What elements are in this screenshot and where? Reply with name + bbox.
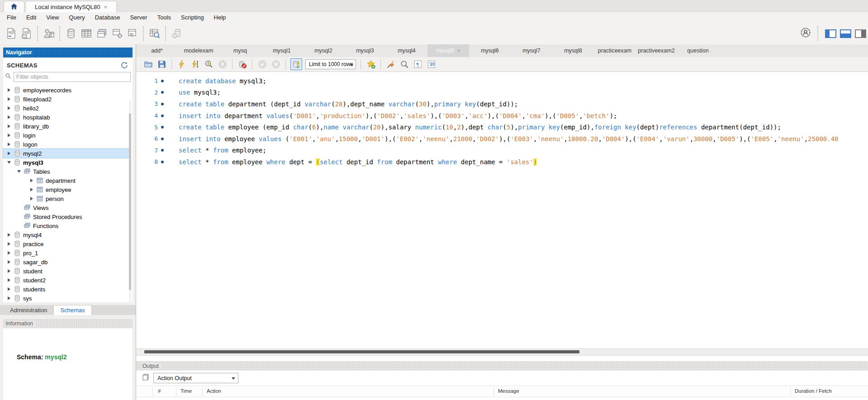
expand-arrow-icon[interactable]: [7, 115, 11, 119]
scrollbar-thumb[interactable]: [144, 350, 579, 353]
sidebar-item-sagar-db[interactable]: sagar_db: [3, 257, 129, 267]
menu-scripting[interactable]: Scripting: [176, 13, 209, 22]
sql-line-7[interactable]: 7select * from employee;: [136, 145, 868, 157]
filter-objects-input[interactable]: [14, 72, 131, 82]
sidebar-tab-administration[interactable]: Administration: [4, 305, 53, 315]
toggle-bottom-panel-icon[interactable]: [840, 29, 851, 38]
expand-arrow-icon[interactable]: [29, 179, 34, 182]
toggle-invisible-chars-icon[interactable]: ¶: [413, 59, 423, 70]
sidebar-item-students[interactable]: students: [3, 285, 129, 294]
menu-database[interactable]: Database: [90, 13, 125, 22]
expand-arrow-icon[interactable]: [7, 260, 11, 264]
query-tab-question[interactable]: question: [677, 44, 719, 57]
query-tab-practiveexam2[interactable]: practiveexam2: [636, 44, 677, 57]
sidebar-item-department[interactable]: department: [3, 176, 129, 185]
toggle-stop-on-error-icon[interactable]: [237, 59, 248, 70]
sidebar-item-library-db[interactable]: library_db: [3, 122, 129, 131]
sidebar-item-logon[interactable]: logon: [3, 140, 129, 149]
query-tab-mysql8[interactable]: mysql8: [552, 44, 594, 57]
explain-icon[interactable]: [204, 59, 214, 70]
sidebar-item-mysql2[interactable]: mysql2: [3, 149, 129, 158]
sql-line-3[interactable]: 3create table department (dept_id varcha…: [136, 98, 868, 110]
query-tab-modelexam[interactable]: modelexam: [178, 44, 219, 57]
sidebar-item-employeerecordes[interactable]: employeerecordes: [3, 86, 129, 95]
commit-icon[interactable]: [257, 59, 268, 70]
find-icon[interactable]: [399, 59, 410, 70]
sidebar-item-stored-procedures[interactable]: Stored Procedures: [3, 212, 129, 221]
output-view-dropdown[interactable]: Action Output: [153, 373, 238, 383]
query-tab-mysql7[interactable]: mysql7: [511, 44, 552, 57]
query-tab-add[interactable]: add*: [136, 44, 178, 57]
new-snippet-icon[interactable]: [365, 59, 376, 70]
expand-arrow-icon[interactable]: [29, 197, 34, 200]
sidebar-item-login[interactable]: login: [3, 131, 129, 140]
query-tab-close-icon[interactable]: ×: [457, 48, 460, 54]
menu-view[interactable]: View: [41, 13, 64, 22]
toggle-wrap-icon[interactable]: [426, 59, 437, 70]
sidebar-item-views[interactable]: Views: [3, 203, 129, 212]
expand-arrow-icon[interactable]: [7, 233, 11, 237]
editor-horizontal-scrollbar[interactable]: [136, 348, 868, 356]
menu-help[interactable]: Help: [209, 13, 231, 22]
connection-tab-close-icon[interactable]: ×: [104, 4, 107, 10]
sidebar-item-practice[interactable]: practice: [3, 239, 129, 248]
sidebar-item-student[interactable]: student: [3, 267, 129, 276]
beautify-icon[interactable]: [385, 59, 396, 70]
sql-line-1[interactable]: 1create database mysql3;: [136, 75, 868, 87]
sidebar-item-hello2[interactable]: hello2: [3, 104, 129, 113]
refresh-schemas-icon[interactable]: [121, 62, 128, 69]
menu-query[interactable]: Query: [64, 13, 90, 22]
connection-tab[interactable]: Local instance MySQL80 ×: [25, 1, 117, 13]
open-sql-script-icon[interactable]: SQL: [20, 27, 33, 40]
sidebar-item-sys[interactable]: sys: [3, 294, 129, 303]
create-procedure-icon[interactable]: [110, 27, 124, 40]
menu-file[interactable]: File: [2, 13, 21, 22]
query-tab-mysql3[interactable]: mysql3: [344, 44, 386, 57]
query-tab-mysql1[interactable]: mysql1: [261, 44, 303, 57]
sidebar-item-pro-1[interactable]: pro_1: [3, 248, 129, 257]
sql-line-8[interactable]: 8select * from employee where dept = (se…: [136, 156, 868, 168]
expand-arrow-icon[interactable]: [7, 269, 11, 273]
collapse-arrow-icon[interactable]: [17, 170, 21, 173]
expand-arrow-icon[interactable]: [7, 97, 11, 101]
new-sql-tab-icon[interactable]: SQL: [5, 27, 18, 40]
create-table-icon[interactable]: [80, 27, 93, 40]
create-schema-icon[interactable]: [64, 27, 78, 40]
expand-arrow-icon[interactable]: [7, 143, 11, 146]
save-script-icon[interactable]: [157, 59, 167, 70]
execute-current-icon[interactable]: [190, 59, 201, 70]
expand-arrow-icon[interactable]: [7, 287, 11, 291]
query-tab-mysql6[interactable]: mysql6: [469, 44, 511, 57]
create-view-icon[interactable]: [95, 27, 109, 40]
expand-arrow-icon[interactable]: [7, 152, 11, 155]
expand-arrow-icon[interactable]: [7, 242, 11, 246]
sidebar-scrollbar[interactable]: [129, 100, 131, 315]
sql-line-6[interactable]: 6insert into employee values ('E001','an…: [136, 133, 868, 145]
stop-icon[interactable]: [217, 59, 228, 70]
connection-inspector-icon[interactable]: [42, 27, 56, 40]
collapse-arrow-icon[interactable]: [7, 161, 11, 164]
open-script-icon[interactable]: [143, 59, 154, 70]
home-tab[interactable]: [4, 1, 24, 13]
menu-edit[interactable]: Edit: [21, 13, 41, 22]
expand-arrow-icon[interactable]: [7, 133, 11, 137]
toggle-left-panel-icon[interactable]: [825, 29, 836, 38]
search-data-icon[interactable]: [148, 27, 161, 40]
expand-arrow-icon[interactable]: [7, 251, 11, 255]
sql-line-2[interactable]: 2use mysql3;: [136, 87, 868, 99]
sidebar-item-functions[interactable]: Functions: [3, 221, 129, 230]
sidebar-tab-schemas[interactable]: Schemas: [53, 305, 91, 315]
expand-arrow-icon[interactable]: [7, 278, 11, 282]
expand-arrow-icon[interactable]: [7, 88, 11, 92]
query-tab-mysql2[interactable]: mysql2: [303, 44, 344, 57]
expand-arrow-icon[interactable]: [7, 124, 11, 128]
toggle-autocommit-icon[interactable]: [290, 58, 302, 70]
sidebar-item-person[interactable]: person: [3, 194, 129, 203]
menu-server[interactable]: Server: [125, 13, 152, 22]
sidebar-item-hospitalab[interactable]: hospitalab: [3, 113, 129, 122]
sidebar-item-mysql4[interactable]: mysql4: [3, 230, 129, 239]
sql-line-4[interactable]: 4insert into department values('D001','p…: [136, 110, 868, 122]
expand-arrow-icon[interactable]: [7, 296, 11, 300]
sql-code-area[interactable]: 1create database mysql3;2use mysql3;3cre…: [136, 72, 868, 348]
sidebar-item-tables[interactable]: Tables: [3, 167, 129, 176]
